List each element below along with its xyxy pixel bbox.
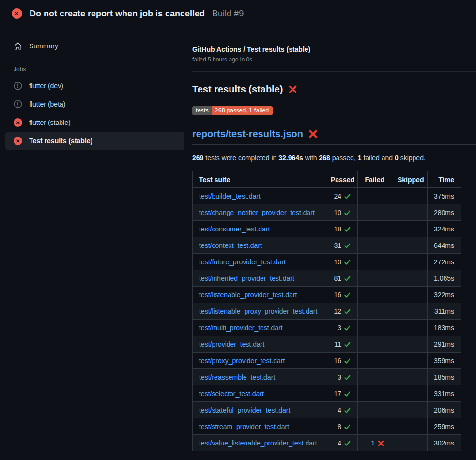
test-suite-link[interactable]: test/multi_provider_test.dart [199, 324, 283, 332]
time-cell: 302ms [428, 435, 461, 451]
failed-cell [358, 303, 391, 320]
check-icon [344, 226, 351, 233]
failed-cell [358, 418, 391, 435]
failed-cell [358, 221, 391, 237]
test-suite-link[interactable]: test/builder_test.dart [199, 192, 261, 200]
time-cell: 183ms [428, 320, 461, 336]
test-suite-link[interactable]: test/inherited_provider_test.dart [199, 275, 294, 282]
passed-cell: 4 [324, 435, 358, 451]
table-row: test/listenable_provider_test.dart16322m… [193, 287, 461, 303]
passed-cell: 12 [324, 303, 358, 320]
check-icon [344, 242, 351, 249]
cancelled-icon [14, 100, 22, 108]
sidebar-item-test-results-stable[interactable]: Test results (stable) [5, 132, 184, 150]
sidebar: Summary Jobs flutter (dev) flutter (beta… [0, 27, 192, 150]
test-suite-link[interactable]: test/change_notifier_provider_test.dart [199, 209, 315, 216]
x-icon [308, 129, 318, 138]
table-row: test/consumer_test.dart18324ms [193, 221, 461, 237]
passed-cell: 10 [324, 254, 358, 270]
skipped-cell [391, 237, 428, 254]
test-suite-link[interactable]: test/listenable_proxy_provider_test.dart [199, 307, 317, 315]
skipped-cell [391, 418, 428, 435]
test-suite-link[interactable]: test/proxy_provider_test.dart [199, 357, 285, 365]
check-icon [344, 440, 351, 447]
check-icon [344, 291, 351, 299]
time-cell: 280ms [428, 204, 461, 221]
test-suite-cell: test/provider_test.dart [193, 336, 324, 353]
passed-cell: 11 [324, 336, 358, 353]
test-suite-link[interactable]: test/reassemble_test.dart [199, 373, 275, 381]
check-icon [344, 407, 351, 414]
test-suite-cell: test/change_notifier_provider_test.dart [193, 204, 324, 221]
test-suite-link[interactable]: test/stream_provider_test.dart [199, 423, 289, 430]
table-row: test/inherited_provider_test.dart811.065… [193, 270, 461, 287]
check-icon [344, 259, 351, 266]
table-row: test/proxy_provider_test.dart16359ms [193, 353, 461, 369]
test-suite-link[interactable]: test/selector_test.dart [199, 390, 264, 398]
passed-cell: 17 [324, 385, 358, 402]
sidebar-item-label: flutter (beta) [29, 100, 65, 108]
skipped-cell [391, 435, 428, 451]
test-suite-link[interactable]: test/listenable_provider_test.dart [199, 291, 297, 299]
table-row: test/selector_test.dart17331ms [193, 385, 461, 402]
skipped-cell [391, 336, 428, 353]
check-icon [344, 357, 351, 365]
sidebar-item-flutter-beta[interactable]: flutter (beta) [5, 95, 184, 113]
passed-cell: 4 [324, 402, 358, 418]
skipped-cell [391, 402, 428, 418]
passed-cell: 16 [324, 353, 358, 369]
sidebar-item-summary[interactable]: Summary [5, 37, 184, 55]
test-suite-cell: test/selector_test.dart [193, 385, 324, 402]
check-icon [344, 324, 351, 332]
test-suite-link[interactable]: test/consumer_test.dart [199, 225, 270, 233]
test-suite-link[interactable]: test/provider_test.dart [199, 340, 264, 348]
report-link[interactable]: reports/test-results.json [192, 128, 303, 139]
badge-value: 268 passed, 1 failed [212, 106, 273, 115]
time-cell: 259ms [428, 418, 461, 435]
sidebar-item-flutter-dev[interactable]: flutter (dev) [5, 77, 184, 95]
test-suite-link[interactable]: test/value_listenable_provider_test.dart [199, 439, 317, 447]
test-suite-cell: test/context_test.dart [193, 237, 324, 254]
check-icon [344, 209, 351, 216]
column-header-passed: Passed [324, 171, 358, 188]
time-cell: 324ms [428, 221, 461, 237]
skipped-cell [391, 369, 428, 385]
test-suite-link[interactable]: test/stateful_provider_test.dart [199, 406, 290, 414]
x-icon [377, 440, 384, 447]
skipped-cell [391, 320, 428, 336]
table-row: test/provider_test.dart11291ms [193, 336, 461, 353]
failed-cell [358, 237, 391, 254]
table-header-row: Test suite Passed Failed Skipped Time [193, 171, 461, 188]
table-row: test/context_test.dart31644ms [193, 237, 461, 254]
time-cell: 185ms [428, 369, 461, 385]
skipped-cell [391, 204, 428, 221]
skipped-cell [391, 188, 428, 204]
sidebar-item-label: Test results (stable) [29, 137, 92, 145]
check-icon [344, 193, 351, 200]
passed-cell: 3 [324, 320, 358, 336]
sidebar-item-flutter-stable[interactable]: flutter (stable) [5, 113, 184, 132]
time-cell: 1.065s [428, 270, 461, 287]
test-suite-link[interactable]: test/context_test.dart [199, 242, 262, 249]
passed-cell: 31 [324, 237, 358, 254]
passed-cell: 3 [324, 369, 358, 385]
failed-cell [358, 385, 391, 402]
build-number: Build #9 [212, 9, 244, 19]
test-suite-cell: test/stream_provider_test.dart [193, 418, 324, 435]
skipped-cell [391, 287, 428, 303]
failed-icon [14, 118, 22, 127]
sidebar-item-label: flutter (stable) [29, 119, 71, 126]
skipped-cell [391, 303, 428, 320]
time-cell: 272ms [428, 254, 461, 270]
failed-cell [358, 188, 391, 204]
failed-cell: 1 [358, 435, 391, 451]
time-cell: 311ms [428, 303, 461, 320]
failed-status-icon [12, 8, 22, 19]
test-suite-link[interactable]: test/future_provider_test.dart [199, 258, 286, 266]
time-cell: 375ms [428, 188, 461, 204]
divider [192, 71, 476, 72]
table-row: test/change_notifier_provider_test.dart1… [193, 204, 461, 221]
tests-badge: tests 268 passed, 1 failed [192, 106, 273, 115]
failed-cell [358, 336, 391, 353]
failed-icon [14, 137, 22, 145]
